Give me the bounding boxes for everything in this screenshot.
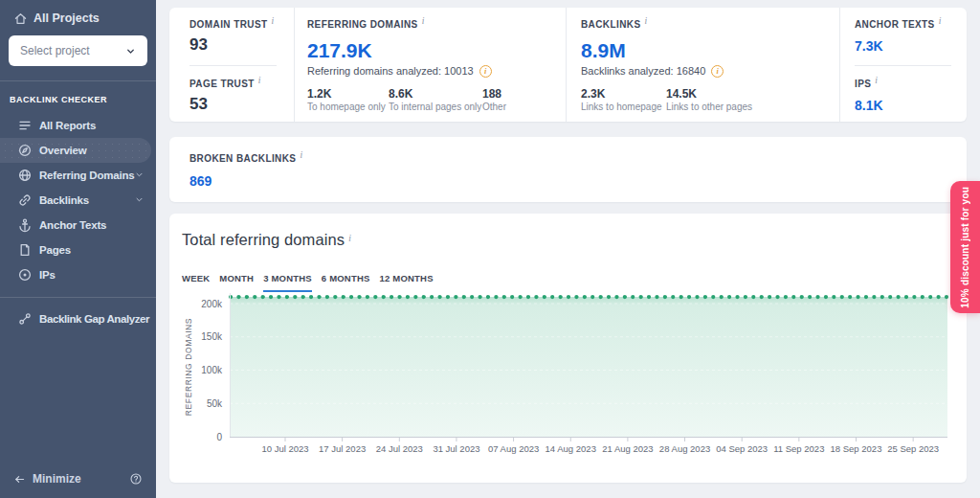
sidebar-item-label: All Reports bbox=[39, 120, 96, 131]
breakdown-item: 14.5KLinks to other pages bbox=[666, 87, 752, 113]
x-tick-label: 17 Jul 2023 bbox=[319, 443, 366, 454]
project-select[interactable]: Select project bbox=[9, 35, 147, 66]
ips-value[interactable]: 8.1K bbox=[855, 98, 951, 114]
page-icon bbox=[17, 242, 33, 258]
x-tick-label: 28 Aug 2023 bbox=[659, 443, 710, 454]
page-trust-value: 53 bbox=[189, 94, 277, 114]
chevron-down-icon bbox=[134, 194, 145, 205]
breakdown-item: 1.2KTo homepage only bbox=[307, 87, 389, 113]
domain-trust-label: DOMAIN TRUSTi bbox=[189, 16, 277, 30]
all-projects-label: All Projects bbox=[33, 11, 100, 25]
referring-domains-label: REFERRING DOMAINSi bbox=[307, 16, 566, 30]
x-tick-label: 25 Sep 2023 bbox=[887, 443, 939, 454]
chevron-down-icon bbox=[134, 170, 145, 180]
info-icon[interactable]: i bbox=[422, 16, 425, 26]
anchor-icon bbox=[17, 217, 33, 233]
divider bbox=[855, 65, 951, 66]
sidebar-item-label: Referring Domains bbox=[39, 170, 134, 181]
breakdown-value: 1.2K bbox=[307, 87, 389, 101]
chart-range-tabs: WEEKMONTH3 MONTHS6 MONTHS12 MONTHS bbox=[182, 273, 967, 292]
breakdown-label: Links to homepage bbox=[581, 101, 666, 113]
x-tick-label: 11 Sep 2023 bbox=[773, 443, 824, 454]
sidebar-item-all-reports[interactable]: All Reports bbox=[0, 113, 156, 138]
help-button[interactable] bbox=[129, 472, 143, 486]
info-icon[interactable]: i bbox=[939, 16, 942, 26]
arrow-left-icon bbox=[13, 473, 26, 486]
breakdown-label: To homepage only bbox=[307, 101, 389, 113]
app-root: All Projects Select project BACKLINK CHE… bbox=[0, 0, 980, 498]
sidebar-item-label: Overview bbox=[39, 145, 87, 156]
discount-ribbon[interactable]: 10% discount just for you bbox=[950, 181, 980, 313]
x-tick-label: 24 Jul 2023 bbox=[376, 443, 423, 454]
summary-stats-card: DOMAIN TRUSTi 93 PAGE TRUSTi 53 REFERRIN… bbox=[169, 8, 967, 122]
sidebar-divider-2 bbox=[0, 297, 156, 298]
sidebar-item-label: Backlinks bbox=[39, 194, 89, 206]
info-icon[interactable]: i bbox=[645, 16, 648, 26]
anchor-texts-label: ANCHOR TEXTSi bbox=[855, 16, 951, 30]
breakdown-item: 2.3KLinks to homepage bbox=[581, 87, 666, 113]
sidebar-item-pages[interactable]: Pages bbox=[0, 238, 156, 262]
all-projects-link[interactable]: All Projects bbox=[13, 7, 156, 30]
info-icon[interactable]: i bbox=[258, 76, 261, 85]
breakdown-label: To internal pages only bbox=[389, 101, 482, 113]
backlinks-analyzed: Backlinks analyzed: 16840 i bbox=[581, 64, 839, 78]
x-tick-label: 10 Jul 2023 bbox=[261, 443, 308, 454]
anchor-texts-value[interactable]: 7.3K bbox=[855, 38, 951, 55]
sidebar-item-label: IPs bbox=[39, 269, 56, 281]
home-icon bbox=[13, 11, 28, 26]
target-icon bbox=[17, 267, 33, 283]
sidebar-item-label: Backlink Gap Analyzer bbox=[39, 313, 149, 325]
sidebar-footer: Minimize bbox=[0, 466, 156, 491]
sidebar-item-backlinks[interactable]: Backlinks bbox=[0, 188, 156, 213]
referring-domains-column: REFERRING DOMAINSi 217.9K Referring doma… bbox=[295, 8, 567, 122]
broken-backlinks-label: BROKEN BACKLINKSi bbox=[189, 150, 967, 164]
total-referring-domains-card: Total referring domainsi WEEKMONTH3 MONT… bbox=[169, 214, 967, 483]
x-tick-label: 21 Aug 2023 bbox=[602, 443, 653, 454]
backlinks-value[interactable]: 8.9M bbox=[581, 39, 839, 62]
breakdown-label: Other bbox=[482, 101, 506, 113]
gap-analyzer-icon bbox=[17, 311, 33, 327]
backlinks-column: BACKLINKSi 8.9M Backlinks analyzed: 1684… bbox=[567, 8, 840, 122]
y-tick-label: 200k bbox=[201, 299, 223, 309]
x-tick-label: 04 Sep 2023 bbox=[716, 443, 768, 454]
page-trust-label: PAGE TRUSTi bbox=[189, 76, 277, 89]
sidebar-item-backlink-gap-analyzer[interactable]: Backlink Gap Analyzer bbox=[0, 306, 156, 331]
sidebar-item-label: Pages bbox=[39, 244, 71, 256]
info-icon[interactable]: i bbox=[348, 234, 351, 243]
area-chart-svg: 050k100k150k200kREFERRING DOMAINS10 Jul … bbox=[169, 291, 967, 483]
breakdown-label: Links to other pages bbox=[666, 101, 752, 113]
sidebar-item-ips[interactable]: IPs bbox=[0, 262, 156, 287]
breakdown-value: 14.5K bbox=[666, 87, 752, 101]
breakdown-item: 188Other bbox=[482, 87, 506, 113]
tab-month[interactable]: MONTH bbox=[219, 273, 254, 292]
tab-week[interactable]: WEEK bbox=[182, 273, 210, 292]
sidebar-item-anchor-texts[interactable]: Anchor Texts bbox=[0, 213, 156, 238]
tab-3-months[interactable]: 3 MONTHS bbox=[263, 273, 312, 292]
broken-backlinks-value[interactable]: 869 bbox=[189, 173, 967, 190]
warning-info-icon[interactable]: i bbox=[711, 65, 724, 78]
main-content: DOMAIN TRUSTi 93 PAGE TRUSTi 53 REFERRIN… bbox=[156, 0, 980, 498]
info-icon[interactable]: i bbox=[300, 150, 302, 160]
breakdown-value: 8.6K bbox=[389, 87, 482, 101]
info-icon[interactable]: i bbox=[271, 16, 274, 26]
referring-domains-value[interactable]: 217.9K bbox=[307, 39, 566, 62]
tab-12-months[interactable]: 12 MONTHS bbox=[380, 273, 434, 292]
sidebar-item-referring-domains[interactable]: Referring Domains bbox=[0, 163, 156, 188]
sidebar-section-label: BACKLINK CHECKER bbox=[10, 95, 156, 104]
warning-info-icon[interactable]: i bbox=[479, 65, 492, 78]
minimize-button[interactable]: Minimize bbox=[13, 472, 81, 486]
tab-6-months[interactable]: 6 MONTHS bbox=[322, 273, 370, 292]
sidebar: All Projects Select project BACKLINK CHE… bbox=[0, 0, 156, 498]
x-tick-label: 31 Jul 2023 bbox=[433, 443, 479, 454]
backlinks-breakdown: 2.3KLinks to homepage14.5KLinks to other… bbox=[581, 87, 839, 113]
backlinks-label: BACKLINKSi bbox=[581, 16, 839, 30]
overview-icon bbox=[17, 143, 33, 158]
breakdown-item: 8.6KTo internal pages only bbox=[389, 87, 482, 113]
reports-icon bbox=[17, 118, 33, 133]
x-tick-label: 07 Aug 2023 bbox=[488, 443, 539, 454]
link-icon bbox=[17, 192, 33, 208]
chart-title: Total referring domainsi bbox=[182, 229, 967, 249]
info-icon[interactable]: i bbox=[875, 76, 878, 85]
sidebar-item-overview[interactable]: Overview bbox=[0, 138, 151, 163]
minimize-label: Minimize bbox=[33, 472, 81, 486]
